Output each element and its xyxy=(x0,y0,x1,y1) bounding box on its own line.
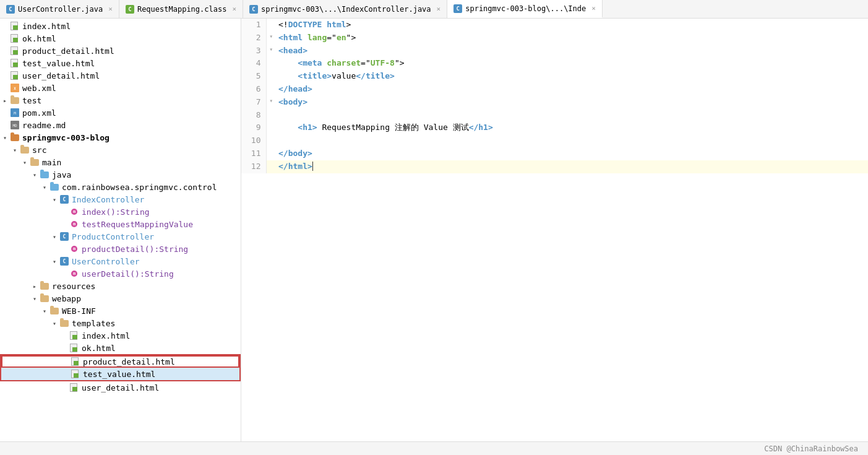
tree-item-user-detail-method[interactable]: muserDetail():String xyxy=(0,267,241,280)
tab-close-index-controller[interactable]: × xyxy=(437,5,441,13)
tab-close-user-controller[interactable]: × xyxy=(108,5,113,13)
tab-icon-springmvc-blog: C xyxy=(453,4,462,13)
tree-item-package[interactable]: com.rainbowsea.springmvc.control xyxy=(0,181,241,193)
tree-arrow-springmvc-003-blog[interactable] xyxy=(0,134,10,141)
tree-item-src[interactable]: src xyxy=(0,144,241,156)
line-code-9[interactable]: <h1> RequestMapping 注解的 Value 测试</h1> xyxy=(276,121,868,134)
tree-item-web-xml-top[interactable]: Xweb.xml xyxy=(0,82,241,94)
line-number-8: 8 xyxy=(241,109,266,122)
folder-icon xyxy=(40,295,49,302)
html-file-icon xyxy=(9,46,19,56)
line-code-10[interactable] xyxy=(276,134,868,147)
code-line-3: 3▾<head> xyxy=(241,45,868,58)
code-line-6: 6</head> xyxy=(241,83,868,96)
tree-arrow-resources[interactable] xyxy=(30,283,40,290)
tree-item-resources[interactable]: resources xyxy=(0,280,241,292)
tree-arrow-user-controller[interactable] xyxy=(49,258,59,265)
tree-item-index-html-top[interactable]: index.html xyxy=(0,20,241,32)
line-code-11[interactable]: </body> xyxy=(276,147,868,160)
method-icon: m xyxy=(71,209,77,215)
line-code-4[interactable]: <meta charset="UTF-8"> xyxy=(276,57,868,70)
tree-arrow-web-inf[interactable] xyxy=(40,308,49,314)
tree-item-pom-xml[interactable]: Mpom.xml xyxy=(0,106,241,119)
tree-item-main[interactable]: main xyxy=(0,156,241,168)
html-file-icon xyxy=(9,71,19,80)
tree-arrow-templates[interactable] xyxy=(49,320,59,327)
tab-close-springmvc-blog[interactable]: × xyxy=(591,4,596,12)
tree-label-test-folder: test xyxy=(22,96,41,105)
tab-label-springmvc-blog: springmvc-003-blog\...\Inde xyxy=(465,4,586,13)
tree-item-templates[interactable]: templates xyxy=(0,317,241,329)
tree-arrow-webapp[interactable] xyxy=(30,295,40,302)
tree-arrow-src[interactable] xyxy=(10,147,20,154)
line-code-12[interactable]: </html> xyxy=(276,160,868,173)
line-code-1[interactable]: <!DOCTYPE html> xyxy=(276,19,868,32)
tree-item-test-value-html[interactable]: test_value.html xyxy=(1,368,239,380)
tree-item-user-detail-html[interactable]: user_detail.html xyxy=(0,381,241,394)
tab-index-controller[interactable]: Cspringmvc-003\...\IndexController.java× xyxy=(243,0,447,18)
tree-label-test-value-html: test_value.html xyxy=(83,370,155,379)
folder-icon xyxy=(30,159,39,166)
tree-item-webapp[interactable]: webapp xyxy=(0,292,241,305)
tree-arrow-product-controller[interactable] xyxy=(49,233,59,240)
tab-user-controller[interactable]: CUserController.java× xyxy=(0,0,119,18)
md-file-icon: MD xyxy=(11,121,19,129)
line-code-5[interactable]: <title>value</title> xyxy=(276,70,868,83)
line-code-3[interactable]: <head> xyxy=(276,45,868,58)
folder-icon xyxy=(50,308,59,314)
line-code-7[interactable]: <body> xyxy=(276,96,868,109)
tree-item-product-detail-html[interactable]: product_detail.html xyxy=(1,355,239,368)
tree-label-product-detail-method: productDetail():String xyxy=(82,245,188,254)
tree-arrow-main[interactable] xyxy=(20,159,30,166)
line-code-2[interactable]: <html lang="en"> xyxy=(276,32,868,45)
tab-bar: CUserController.java×CRequestMapping.cla… xyxy=(0,0,868,19)
code-line-7: 7▾<body> xyxy=(241,96,868,109)
code-line-4: 4 <meta charset="UTF-8"> xyxy=(241,57,868,70)
tree-item-index-controller[interactable]: CIndexController xyxy=(0,193,241,206)
tree-arrow-package[interactable] xyxy=(40,184,49,191)
html-file-icon xyxy=(9,33,19,43)
line-fold-2[interactable]: ▾ xyxy=(266,32,276,45)
line-fold-5 xyxy=(266,70,276,83)
pom-file-icon: M xyxy=(11,108,19,117)
line-code-8[interactable] xyxy=(276,109,868,122)
tree-item-web-inf[interactable]: WEB-INF xyxy=(0,305,241,317)
folder-icon xyxy=(20,147,29,154)
tree-item-index-method[interactable]: mindex():String xyxy=(0,206,241,218)
line-fold-8 xyxy=(266,109,276,122)
tree-label-main: main xyxy=(42,158,61,167)
tree-arrow-test-folder[interactable] xyxy=(0,97,10,104)
tree-item-index-html[interactable]: index.html xyxy=(0,329,241,342)
line-fold-3[interactable]: ▾ xyxy=(266,45,276,58)
line-code-6[interactable]: </head> xyxy=(276,83,868,96)
html-file-icon xyxy=(9,58,19,68)
tree-arrow-index-controller[interactable] xyxy=(49,196,59,203)
tree-label-user-detail-method: userDetail():String xyxy=(82,269,174,279)
tree-item-ok-html-top[interactable]: ok.html xyxy=(0,32,241,45)
tree-item-product-controller[interactable]: CProductController xyxy=(0,230,241,243)
line-fold-10 xyxy=(266,134,276,147)
line-number-1: 1 xyxy=(241,19,266,32)
tree-item-user-detail-html-top[interactable]: user_detail.html xyxy=(0,69,241,82)
tree-item-product-detail-method[interactable]: mproductDetail():String xyxy=(0,243,241,255)
tree-label-index-controller: IndexController xyxy=(72,195,144,204)
tab-springmvc-blog[interactable]: Cspringmvc-003-blog\...\Inde× xyxy=(447,0,603,18)
tree-item-test-method[interactable]: mtestRequestMappingValue xyxy=(0,218,241,230)
tree-item-product-detail-html-top[interactable]: product_detail.html xyxy=(0,45,241,57)
html-file-icon xyxy=(70,357,80,366)
tree-item-java[interactable]: java xyxy=(0,168,241,181)
tab-close-request-mapping[interactable]: × xyxy=(232,5,236,13)
tree-label-index-method: index():String xyxy=(82,207,150,217)
line-fold-7[interactable]: ▾ xyxy=(266,96,276,109)
line-number-5: 5 xyxy=(241,70,266,83)
tree-item-springmvc-003-blog[interactable]: springmvc-003-blog xyxy=(0,131,241,144)
method-icon: m xyxy=(71,246,77,252)
tree-arrow-java[interactable] xyxy=(30,171,40,178)
tree-item-readme-md[interactable]: MDreadme.md xyxy=(0,119,241,131)
tree-item-test-value-html-top[interactable]: test_value.html xyxy=(0,57,241,69)
tree-label-test-method: testRequestMappingValue xyxy=(82,220,193,229)
tree-item-test-folder[interactable]: test xyxy=(0,94,241,106)
tree-item-user-controller[interactable]: CUserController xyxy=(0,255,241,267)
tree-item-ok-html[interactable]: ok.html xyxy=(0,342,241,354)
tab-request-mapping[interactable]: CRequestMapping.class× xyxy=(119,0,243,18)
